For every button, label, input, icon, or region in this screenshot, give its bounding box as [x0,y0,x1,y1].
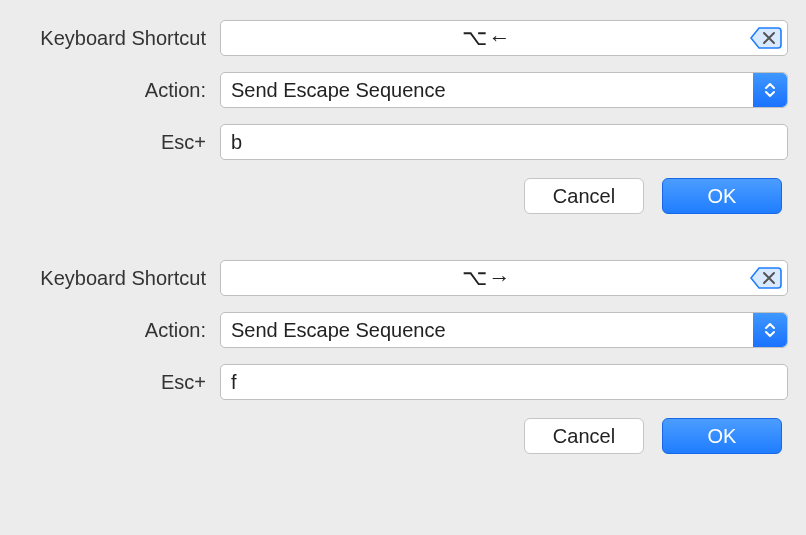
ok-button-label: OK [708,425,737,448]
esc-input[interactable]: f [220,364,788,400]
esc-label: Esc+ [10,371,220,394]
shortcut-label: Keyboard Shortcut [10,27,220,50]
ok-button[interactable]: OK [662,178,782,214]
shortcut-row: Keyboard Shortcut ⌥→ [10,260,788,296]
cancel-button-label: Cancel [553,425,615,448]
cancel-button-label: Cancel [553,185,615,208]
shortcut-value: ⌥← [462,25,513,51]
action-label: Action: [10,79,220,102]
esc-field-wrap: b [220,124,788,160]
action-select[interactable]: Send Escape Sequence [220,72,788,108]
ok-button-label: OK [708,185,737,208]
shortcut-label: Keyboard Shortcut [10,267,220,290]
esc-value: f [231,371,237,394]
shortcut-input[interactable]: ⌥← [220,20,788,56]
keybinding-panel: Keyboard Shortcut ⌥← Action: Send Escape… [0,0,806,214]
clear-shortcut-icon[interactable] [749,26,783,50]
esc-field-wrap: f [220,364,788,400]
action-row: Action: Send Escape Sequence [10,72,788,108]
shortcut-field-wrap: ⌥→ [220,260,788,296]
esc-label: Esc+ [10,131,220,154]
action-label: Action: [10,319,220,342]
action-value: Send Escape Sequence [231,79,446,102]
ok-button[interactable]: OK [662,418,782,454]
cancel-button[interactable]: Cancel [524,418,644,454]
action-field-wrap: Send Escape Sequence [220,72,788,108]
esc-row: Esc+ b [10,124,788,160]
action-row: Action: Send Escape Sequence [10,312,788,348]
chevron-up-down-icon [753,313,787,347]
button-row: Cancel OK [10,178,788,214]
shortcut-field-wrap: ⌥← [220,20,788,56]
shortcut-value: ⌥→ [462,265,513,291]
chevron-up-down-icon [753,73,787,107]
shortcut-row: Keyboard Shortcut ⌥← [10,20,788,56]
shortcut-input[interactable]: ⌥→ [220,260,788,296]
esc-value: b [231,131,242,154]
button-row: Cancel OK [10,418,788,454]
clear-shortcut-icon[interactable] [749,266,783,290]
esc-input[interactable]: b [220,124,788,160]
keybinding-panel: Keyboard Shortcut ⌥→ Action: Send Escape… [0,240,806,454]
action-field-wrap: Send Escape Sequence [220,312,788,348]
cancel-button[interactable]: Cancel [524,178,644,214]
action-value: Send Escape Sequence [231,319,446,342]
action-select[interactable]: Send Escape Sequence [220,312,788,348]
esc-row: Esc+ f [10,364,788,400]
